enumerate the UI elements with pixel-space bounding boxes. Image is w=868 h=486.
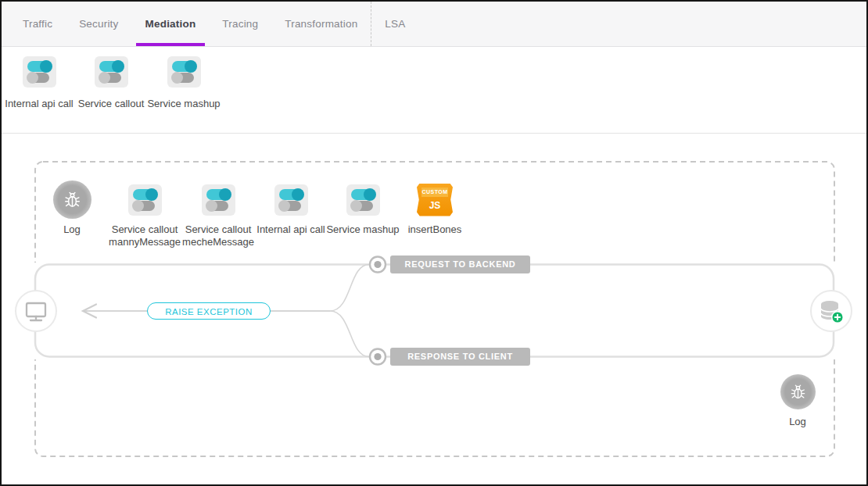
custom-js-icon: CUSTOM JS	[417, 184, 453, 216]
palette-item-label: Service mashup	[147, 98, 220, 109]
bug-icon	[53, 180, 91, 219]
request-node[interactable]	[370, 257, 386, 273]
tab-lsa[interactable]: LSA	[371, 2, 418, 46]
mediation-palette: Internal api call Service callout Servic…	[2, 46, 866, 134]
tab-tracing[interactable]: Tracing	[209, 2, 271, 46]
step-label: Service mashup	[326, 223, 399, 236]
raise-exception-pill[interactable]: RAISE EXCEPTION	[147, 302, 271, 320]
canvas-step-internal-api-call[interactable]: Internal api call	[253, 180, 328, 236]
toggle-icon	[23, 56, 56, 88]
database-plus-icon	[819, 298, 844, 323]
toggle-icon	[167, 56, 201, 88]
toggle-icon	[346, 184, 380, 216]
custom-js-top-text: CUSTOM	[421, 188, 448, 197]
toggle-icon	[128, 184, 162, 216]
canvas-step-service-callout-meche[interactable]: Service callout mecheMessage	[181, 180, 256, 248]
step-label: Service callout	[185, 223, 252, 236]
bug-icon	[788, 382, 808, 402]
step-label: insertBones	[408, 223, 462, 236]
custom-js-bottom-text: JS	[417, 200, 453, 211]
canvas-step-service-callout-manny[interactable]: Service callout mannyMessage	[107, 180, 182, 248]
tab-mediation[interactable]: Mediation	[132, 2, 210, 46]
response-log-step[interactable]	[780, 374, 816, 409]
response-to-client-pill[interactable]: RESPONSE TO CLIENT	[390, 348, 530, 366]
tab-traffic[interactable]: Traffic	[9, 2, 66, 46]
response-log-label: Log	[774, 416, 821, 427]
response-node[interactable]	[370, 349, 386, 365]
step-sublabel: mecheMessage	[182, 236, 254, 248]
toggle-icon	[202, 184, 235, 216]
palette-item-service-mashup[interactable]: Service mashup	[149, 56, 219, 109]
canvas-step-insertbones[interactable]: CUSTOM JS insertBones	[397, 180, 472, 236]
canvas-step-service-mashup[interactable]: Service mashup	[325, 180, 400, 236]
palette-item-service-callout[interactable]: Service callout	[76, 56, 146, 109]
monitor-icon	[24, 299, 48, 323]
toggle-icon	[95, 56, 128, 88]
palette-item-label: Internal api call	[5, 98, 73, 109]
palette-item-internal-api-call[interactable]: Internal api call	[4, 56, 74, 109]
tab-bar: Traffic Security Mediation Tracing Trans…	[2, 2, 866, 47]
step-label: Internal api call	[256, 223, 325, 236]
tab-security[interactable]: Security	[66, 2, 131, 46]
palette-item-label: Service callout	[78, 98, 145, 109]
mediation-page: Traffic Security Mediation Tracing Trans…	[0, 0, 868, 486]
tab-transformation[interactable]: Transformation	[271, 2, 371, 46]
step-label: Log	[63, 223, 81, 236]
backend-endpoint[interactable]	[810, 290, 852, 332]
toggle-icon	[274, 184, 308, 216]
client-endpoint[interactable]	[15, 290, 57, 332]
step-label: Service callout	[112, 223, 178, 236]
request-to-backend-pill[interactable]: REQUEST TO BACKEND	[390, 256, 530, 273]
step-sublabel: mannyMessage	[109, 236, 181, 248]
canvas-step-log[interactable]: Log	[34, 180, 109, 236]
